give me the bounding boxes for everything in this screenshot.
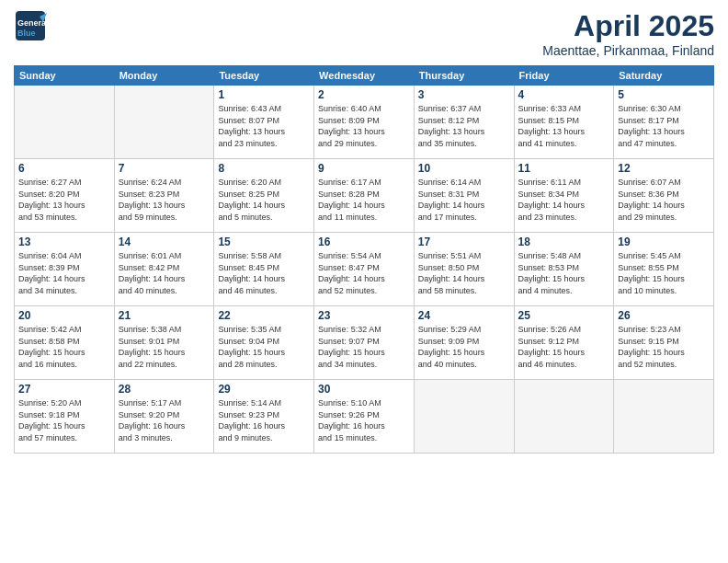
calendar-cell: 14Sunrise: 6:01 AM Sunset: 8:42 PM Dayli…	[114, 233, 214, 306]
day-info: Sunrise: 5:20 AM Sunset: 9:18 PM Dayligh…	[18, 397, 110, 443]
calendar-cell: 22Sunrise: 5:35 AM Sunset: 9:04 PM Dayli…	[214, 306, 314, 380]
day-info: Sunrise: 5:48 AM Sunset: 8:53 PM Dayligh…	[518, 250, 610, 296]
calendar-cell: 26Sunrise: 5:23 AM Sunset: 9:15 PM Dayli…	[614, 306, 714, 380]
calendar-cell: 12Sunrise: 6:07 AM Sunset: 8:36 PM Dayli…	[614, 159, 714, 233]
day-number: 21	[119, 309, 210, 322]
day-info: Sunrise: 5:45 AM Sunset: 8:55 PM Dayligh…	[618, 250, 710, 296]
calendar-cell: 1Sunrise: 6:43 AM Sunset: 8:07 PM Daylig…	[214, 86, 314, 159]
calendar-cell: 23Sunrise: 5:32 AM Sunset: 9:07 PM Dayli…	[314, 306, 415, 380]
calendar-cell: 28Sunrise: 5:17 AM Sunset: 9:20 PM Dayli…	[114, 380, 214, 454]
day-number: 4	[518, 88, 610, 101]
calendar-cell: 9Sunrise: 6:17 AM Sunset: 8:28 PM Daylig…	[314, 159, 415, 233]
calendar-page: General Blue April 2025 Maenttae, Pirkan…	[0, 0, 728, 563]
calendar-cell	[514, 380, 614, 454]
day-info: Sunrise: 6:40 AM Sunset: 8:09 PM Dayligh…	[318, 103, 410, 149]
calendar-cell: 10Sunrise: 6:14 AM Sunset: 8:31 PM Dayli…	[414, 159, 514, 233]
day-info: Sunrise: 5:29 AM Sunset: 9:09 PM Dayligh…	[418, 324, 510, 370]
day-info: Sunrise: 6:30 AM Sunset: 8:17 PM Dayligh…	[618, 103, 710, 149]
day-info: Sunrise: 5:14 AM Sunset: 9:23 PM Dayligh…	[218, 397, 310, 443]
calendar-cell: 4Sunrise: 6:33 AM Sunset: 8:15 PM Daylig…	[514, 86, 614, 159]
day-info: Sunrise: 5:51 AM Sunset: 8:50 PM Dayligh…	[418, 250, 510, 296]
calendar-cell: 5Sunrise: 6:30 AM Sunset: 8:17 PM Daylig…	[614, 86, 714, 159]
calendar-cell: 13Sunrise: 6:04 AM Sunset: 8:39 PM Dayli…	[15, 233, 115, 306]
calendar-cell: 8Sunrise: 6:20 AM Sunset: 8:25 PM Daylig…	[214, 159, 314, 233]
day-number: 3	[418, 88, 510, 101]
day-number: 24	[418, 309, 510, 322]
day-number: 23	[318, 309, 410, 322]
day-number: 2	[318, 88, 410, 101]
calendar-cell: 25Sunrise: 5:26 AM Sunset: 9:12 PM Dayli…	[514, 306, 614, 380]
week-row: 20Sunrise: 5:42 AM Sunset: 8:58 PM Dayli…	[15, 306, 714, 380]
day-number: 30	[318, 383, 410, 396]
calendar-cell	[414, 380, 514, 454]
day-number: 5	[618, 88, 710, 101]
week-row: 13Sunrise: 6:04 AM Sunset: 8:39 PM Dayli…	[15, 233, 714, 306]
calendar-cell: 16Sunrise: 5:54 AM Sunset: 8:47 PM Dayli…	[314, 233, 415, 306]
day-header-wednesday: Wednesday	[314, 66, 415, 86]
calendar-cell: 21Sunrise: 5:38 AM Sunset: 9:01 PM Dayli…	[114, 306, 214, 380]
day-header-sunday: Sunday	[15, 66, 115, 86]
day-info: Sunrise: 6:01 AM Sunset: 8:42 PM Dayligh…	[119, 250, 210, 296]
day-info: Sunrise: 6:33 AM Sunset: 8:15 PM Dayligh…	[518, 103, 610, 149]
day-number: 28	[119, 383, 210, 396]
day-info: Sunrise: 6:14 AM Sunset: 8:31 PM Dayligh…	[418, 177, 510, 223]
day-info: Sunrise: 5:26 AM Sunset: 9:12 PM Dayligh…	[518, 324, 610, 370]
title-block: April 2025 Maenttae, Pirkanmaa, Finland	[542, 9, 714, 58]
calendar-cell: 7Sunrise: 6:24 AM Sunset: 8:23 PM Daylig…	[114, 159, 214, 233]
day-number: 12	[618, 162, 710, 175]
week-row: 27Sunrise: 5:20 AM Sunset: 9:18 PM Dayli…	[15, 380, 714, 454]
day-number: 1	[218, 88, 310, 101]
day-info: Sunrise: 5:32 AM Sunset: 9:07 PM Dayligh…	[318, 324, 410, 370]
day-number: 8	[218, 162, 310, 175]
day-info: Sunrise: 5:54 AM Sunset: 8:47 PM Dayligh…	[318, 250, 410, 296]
day-header-monday: Monday	[114, 66, 214, 86]
day-number: 20	[18, 309, 110, 322]
day-number: 9	[318, 162, 410, 175]
day-number: 26	[618, 309, 710, 322]
calendar-cell: 3Sunrise: 6:37 AM Sunset: 8:12 PM Daylig…	[414, 86, 514, 159]
day-info: Sunrise: 6:24 AM Sunset: 8:23 PM Dayligh…	[119, 177, 210, 223]
calendar-cell: 20Sunrise: 5:42 AM Sunset: 8:58 PM Dayli…	[15, 306, 115, 380]
calendar-cell: 6Sunrise: 6:27 AM Sunset: 8:20 PM Daylig…	[15, 159, 115, 233]
calendar-cell: 24Sunrise: 5:29 AM Sunset: 9:09 PM Dayli…	[414, 306, 514, 380]
day-info: Sunrise: 5:38 AM Sunset: 9:01 PM Dayligh…	[119, 324, 210, 370]
calendar-cell: 2Sunrise: 6:40 AM Sunset: 8:09 PM Daylig…	[314, 86, 415, 159]
day-number: 25	[518, 309, 610, 322]
day-info: Sunrise: 6:43 AM Sunset: 8:07 PM Dayligh…	[218, 103, 310, 149]
calendar-cell	[15, 86, 115, 159]
header: General Blue April 2025 Maenttae, Pirkan…	[14, 9, 714, 58]
day-number: 27	[18, 383, 110, 396]
calendar-cell: 27Sunrise: 5:20 AM Sunset: 9:18 PM Dayli…	[15, 380, 115, 454]
day-info: Sunrise: 5:23 AM Sunset: 9:15 PM Dayligh…	[618, 324, 710, 370]
calendar-cell: 19Sunrise: 5:45 AM Sunset: 8:55 PM Dayli…	[614, 233, 714, 306]
calendar-cell	[114, 86, 214, 159]
svg-text:Blue: Blue	[17, 29, 36, 38]
calendar-cell: 15Sunrise: 5:58 AM Sunset: 8:45 PM Dayli…	[214, 233, 314, 306]
day-header-tuesday: Tuesday	[214, 66, 314, 86]
day-info: Sunrise: 5:42 AM Sunset: 8:58 PM Dayligh…	[18, 324, 110, 370]
day-number: 16	[318, 236, 410, 248]
calendar-cell: 29Sunrise: 5:14 AM Sunset: 9:23 PM Dayli…	[214, 380, 314, 454]
calendar-cell: 11Sunrise: 6:11 AM Sunset: 8:34 PM Dayli…	[514, 159, 614, 233]
day-info: Sunrise: 5:58 AM Sunset: 8:45 PM Dayligh…	[218, 250, 310, 296]
week-row: 1Sunrise: 6:43 AM Sunset: 8:07 PM Daylig…	[15, 86, 714, 159]
day-info: Sunrise: 5:10 AM Sunset: 9:26 PM Dayligh…	[318, 397, 410, 443]
day-number: 10	[418, 162, 510, 175]
day-number: 29	[218, 383, 310, 396]
day-header-friday: Friday	[514, 66, 614, 86]
day-info: Sunrise: 6:04 AM Sunset: 8:39 PM Dayligh…	[18, 250, 110, 296]
day-number: 7	[119, 162, 210, 175]
week-row: 6Sunrise: 6:27 AM Sunset: 8:20 PM Daylig…	[15, 159, 714, 233]
day-info: Sunrise: 5:35 AM Sunset: 9:04 PM Dayligh…	[218, 324, 310, 370]
calendar-cell: 30Sunrise: 5:10 AM Sunset: 9:26 PM Dayli…	[314, 380, 415, 454]
calendar-table: SundayMondayTuesdayWednesdayThursdayFrid…	[14, 65, 714, 454]
main-title: April 2025	[542, 9, 714, 43]
day-number: 19	[618, 236, 710, 248]
calendar-cell: 18Sunrise: 5:48 AM Sunset: 8:53 PM Dayli…	[514, 233, 614, 306]
calendar-cell: 17Sunrise: 5:51 AM Sunset: 8:50 PM Dayli…	[414, 233, 514, 306]
day-info: Sunrise: 5:17 AM Sunset: 9:20 PM Dayligh…	[119, 397, 210, 443]
logo: General Blue	[14, 9, 47, 42]
day-info: Sunrise: 6:07 AM Sunset: 8:36 PM Dayligh…	[618, 177, 710, 223]
day-number: 6	[18, 162, 110, 175]
day-number: 14	[119, 236, 210, 248]
